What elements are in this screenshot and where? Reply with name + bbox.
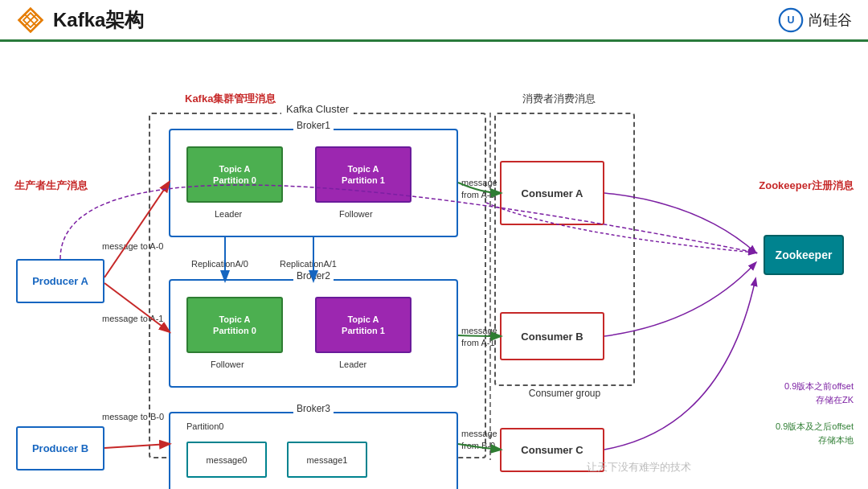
header-left: Kafka架构 (16, 6, 144, 35)
msg-from-a0-label: messagefrom A-0 (461, 177, 497, 202)
msg-from-b0-label: messagefrom B-0 (461, 428, 497, 453)
broker1-box: Broker1 Topic APartition 0 Topic APartit… (169, 129, 458, 237)
msg-from-a1-label: messagefrom A-1 (461, 325, 497, 350)
brand-area: U 尚硅谷 (778, 7, 852, 33)
logo-icon (16, 6, 45, 35)
broker1-follower-label: Follower (339, 209, 373, 219)
msg-to-a1-label: message to A-1 (102, 314, 163, 323)
brand-icon: U (778, 7, 804, 33)
replication-a0-label: ReplicationA/0 (191, 259, 248, 269)
svg-text:U: U (788, 14, 795, 26)
broker1-label: Broker1 (293, 120, 334, 131)
broker2-box: Broker2 Topic APartition 0 Topic APartit… (169, 279, 458, 388)
zookeeper-box: Zookeeper (764, 235, 844, 275)
replication-a1-label: ReplicationA/1 (280, 259, 337, 269)
page-title: Kafka架构 (53, 7, 144, 33)
kafka-cluster-mgmt-label: Kafka集群管理消息 (185, 92, 276, 106)
broker3-label: Broker3 (293, 403, 334, 414)
broker2-label: Broker2 (293, 270, 334, 281)
consumer-a-box: Consumer A (500, 161, 604, 225)
consumer-group-label: Consumer group (529, 388, 600, 399)
brand-name: 尚硅谷 (809, 10, 852, 30)
diagram-area: Kafka集群管理消息 消费者消费消息 生产者生产消息 Zookeeper注册消… (0, 42, 868, 489)
kafka-cluster-label: Kafka Cluster (281, 103, 354, 115)
broker2-topic-a-p1: Topic APartition 1 (315, 297, 411, 353)
broker2-leader-label: Leader (339, 360, 366, 369)
header: Kafka架构 U 尚硅谷 (0, 0, 868, 42)
zk-note-new: 0.9版本及之后offset 存储本地 (776, 420, 854, 446)
zookeeper-register-label: Zookeeper注册消息 (759, 179, 854, 193)
broker3-partition0-label: Partition0 (186, 421, 223, 431)
producer-b-box: Producer B (16, 426, 104, 471)
msg-to-b0-label: message to B-0 (102, 412, 164, 421)
producer-produces-label: 生产者生产消息 (14, 179, 88, 193)
message1-box: message1 (287, 442, 367, 478)
consumer-b-box: Consumer B (500, 312, 604, 360)
message0-box: message0 (186, 442, 267, 478)
broker2-follower-label: Follower (211, 360, 244, 369)
producer-a-box: Producer A (16, 259, 104, 303)
watermark: 让天下没有难学的技术 (587, 460, 691, 475)
msg-to-a0-label: message to A-0 (102, 241, 163, 251)
broker1-topic-a-p0: Topic APartition 0 (186, 146, 283, 203)
consumer-consumes-label: 消费者消费消息 (522, 92, 596, 106)
broker1-leader-label: Leader (215, 209, 242, 219)
zk-note-old: 0.9版本之前offset 存储在ZK (784, 380, 854, 406)
broker3-box: Broker3 Partition0 message0 message1 (169, 412, 458, 489)
broker2-topic-a-p0: Topic APartition 0 (186, 297, 283, 353)
broker1-topic-a-p1: Topic APartition 1 (315, 146, 411, 203)
